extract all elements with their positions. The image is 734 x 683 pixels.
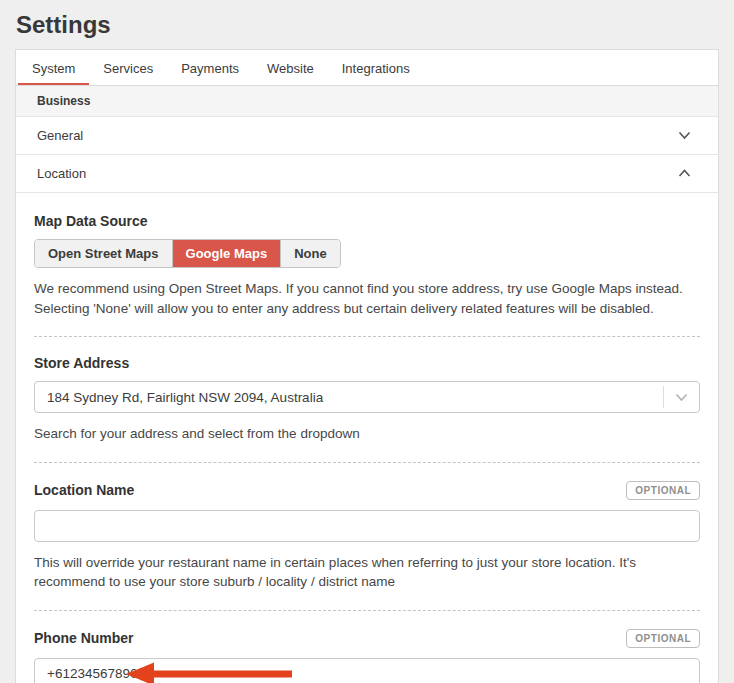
field-location-name: Location Name OPTIONAL This will overrid… [34, 481, 700, 592]
accordion-location[interactable]: Location [16, 155, 718, 193]
divider [34, 610, 700, 611]
map-source-open-street-maps-button[interactable]: Open Street Maps [35, 240, 173, 267]
tab-integrations[interactable]: Integrations [328, 50, 424, 85]
store-address-value: 184 Sydney Rd, Fairlight NSW 2094, Austr… [35, 390, 663, 405]
chevron-down-icon [678, 131, 691, 140]
accordion-general-label: General [37, 128, 83, 143]
chevron-up-icon [678, 169, 691, 178]
settings-tab-bar: System Services Payments Website Integra… [16, 50, 718, 86]
map-data-source-help-text: We recommend using Open Street Maps. If … [34, 279, 700, 318]
store-address-help-text: Search for your address and select from … [34, 424, 700, 444]
divider [34, 462, 700, 463]
tab-website[interactable]: Website [253, 50, 328, 85]
tab-payments[interactable]: Payments [167, 50, 253, 85]
location-name-input[interactable] [34, 510, 700, 542]
location-section-content: Map Data Source Open Street Maps Google … [16, 193, 718, 683]
page-title: Settings [0, 0, 734, 49]
divider [34, 336, 700, 337]
location-name-label: Location Name [34, 482, 134, 498]
optional-badge: OPTIONAL [626, 481, 700, 500]
accordion-location-label: Location [37, 166, 86, 181]
location-name-help-text: This will override your restaurant name … [34, 553, 700, 592]
store-address-label: Store Address [34, 355, 129, 371]
map-source-button-group: Open Street Maps Google Maps None [34, 239, 341, 268]
map-source-google-maps-button[interactable]: Google Maps [173, 240, 282, 267]
map-source-none-button[interactable]: None [281, 240, 340, 267]
phone-number-label: Phone Number [34, 630, 134, 646]
tab-services[interactable]: Services [89, 50, 167, 85]
tab-system[interactable]: System [18, 50, 89, 85]
field-map-data-source: Map Data Source Open Street Maps Google … [34, 213, 700, 318]
field-phone-number: Phone Number OPTIONAL Enter your store c… [34, 629, 700, 683]
map-data-source-label: Map Data Source [34, 213, 148, 229]
field-store-address: Store Address 184 Sydney Rd, Fairlight N… [34, 355, 700, 444]
accordion-general[interactable]: General [16, 117, 718, 155]
chevron-down-icon [663, 386, 699, 408]
store-address-select[interactable]: 184 Sydney Rd, Fairlight NSW 2094, Austr… [34, 381, 700, 413]
phone-number-input[interactable] [34, 658, 700, 683]
section-header-business: Business [16, 86, 718, 117]
settings-card: System Services Payments Website Integra… [15, 49, 719, 683]
optional-badge: OPTIONAL [626, 629, 700, 648]
